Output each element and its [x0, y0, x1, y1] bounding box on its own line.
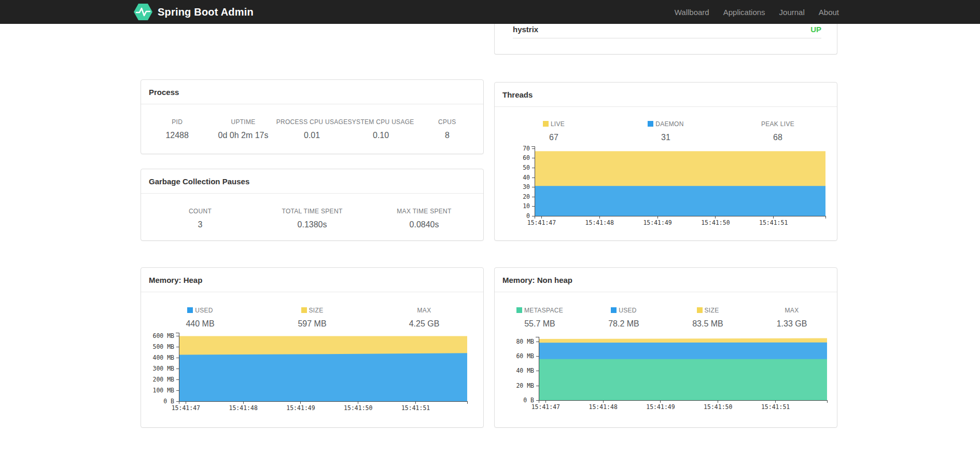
stat-heap-max: MAX 4.25 GB [368, 307, 480, 329]
svg-text:30: 30 [523, 183, 530, 190]
svg-text:15:41:49: 15:41:49 [646, 403, 675, 411]
stat-label: TOTAL TIME SPENT [256, 208, 368, 215]
stat-value: 4.25 GB [368, 319, 480, 329]
stat-value: 0.1380s [256, 220, 368, 229]
stat-label: CPUS [414, 118, 480, 126]
stat-value: 0.0840s [368, 220, 480, 229]
stat-heap-used: USED 440 MB [144, 307, 256, 329]
svg-text:400 MB: 400 MB [152, 354, 174, 361]
nav-link-journal[interactable]: Journal [779, 8, 805, 17]
threads-panel: Threads LIVE 67 DAEMON 31 PEAK LIVE 68 0… [494, 82, 837, 241]
memory-heap-panel: Memory: Heap USED 440 MB SIZE 597 MB MAX… [141, 267, 484, 428]
stat-label: LIVE [498, 120, 610, 128]
memory-heap-panel-title: Memory: Heap [141, 268, 483, 292]
memory-heap-chart: 0 B100 MB200 MB300 MB400 MB500 MB600 MB1… [148, 331, 473, 413]
legend-swatch-metaspace [516, 307, 522, 313]
stat-value: 55.7 MB [498, 319, 582, 329]
stat-label: PID [144, 118, 210, 126]
svg-text:300 MB: 300 MB [152, 365, 174, 372]
stat-label: SYSTEM CPU USAGE [348, 118, 414, 126]
memory-nonheap-chart: 0 B20 MB40 MB60 MB80 MB15:41:4715:41:481… [508, 335, 833, 412]
stat-label: SIZE [666, 307, 750, 314]
stat-heap-size: SIZE 597 MB [256, 307, 368, 329]
stat-label: COUNT [144, 208, 256, 215]
svg-text:0: 0 [526, 212, 530, 220]
stat-value: 31 [610, 133, 722, 142]
stat-value: 8 [414, 131, 480, 140]
stat-label-text: SIZE [309, 307, 324, 314]
stat-value: 68 [722, 133, 834, 142]
threads-stats: LIVE 67 DAEMON 31 PEAK LIVE 68 [495, 107, 837, 142]
applications-panel: hystrix UP [494, 20, 837, 55]
svg-text:15:41:47: 15:41:47 [172, 404, 200, 412]
stat-value: 597 MB [256, 319, 368, 329]
stat-label-text: DAEMON [655, 120, 683, 128]
stat-label: USED [144, 307, 256, 314]
legend-swatch-used [187, 307, 193, 313]
stat-value: 1.33 GB [750, 319, 834, 329]
svg-text:70: 70 [523, 145, 530, 152]
stat-process-cpu-usage: PROCESS CPU USAGE 0.01 [276, 118, 348, 140]
stat-value: 3 [144, 220, 256, 229]
stat-nonheap-size: SIZE 83.5 MB [666, 307, 750, 329]
svg-text:15:41:50: 15:41:50 [344, 404, 372, 412]
brand-link[interactable]: Spring Boot Admin [134, 4, 254, 20]
stat-pid: PID 12488 [144, 118, 210, 140]
memory-heap-stats: USED 440 MB SIZE 597 MB MAX 4.25 GB [141, 292, 483, 329]
svg-text:40: 40 [523, 174, 530, 181]
gc-panel: Garbage Collection Pauses COUNT 3 TOTAL … [141, 169, 484, 241]
svg-text:15:41:47: 15:41:47 [527, 219, 556, 226]
svg-text:60 MB: 60 MB [516, 352, 534, 360]
stat-label-text: SIZE [705, 307, 719, 314]
stat-cpus: CPUS 8 [414, 118, 480, 140]
stat-label-text: USED [195, 307, 213, 314]
process-stats: PID 12488 UPTIME 0d 0h 2m 17s PROCESS CP… [141, 104, 483, 140]
svg-text:0 B: 0 B [163, 398, 174, 405]
stat-nonheap-used: USED 78.2 MB [582, 307, 666, 329]
stat-value: 83.5 MB [666, 319, 750, 329]
nav-link-wallboard[interactable]: Wallboard [675, 8, 709, 17]
legend-swatch-live [543, 121, 549, 127]
brand-title: Spring Boot Admin [158, 6, 254, 18]
nav-link-about[interactable]: About [819, 8, 839, 17]
stat-label-text: LIVE [551, 120, 565, 128]
svg-text:20 MB: 20 MB [516, 382, 534, 389]
legend-swatch-size [301, 307, 307, 313]
nav-link-applications[interactable]: Applications [723, 8, 765, 17]
memory-nonheap-panel-title: Memory: Non heap [495, 268, 837, 292]
stat-label: MAX [750, 307, 834, 314]
svg-text:0 B: 0 B [523, 397, 534, 404]
svg-text:20: 20 [523, 193, 530, 200]
top-navbar: Spring Boot Admin Wallboard Applications… [0, 0, 980, 24]
gc-stats: COUNT 3 TOTAL TIME SPENT 0.1380s MAX TIM… [141, 194, 483, 229]
stat-label: MAX [368, 307, 480, 314]
stat-label: UPTIME [210, 118, 276, 126]
stat-value: 0.01 [276, 131, 348, 140]
process-panel: Process PID 12488 UPTIME 0d 0h 2m 17s PR… [141, 79, 484, 154]
svg-text:200 MB: 200 MB [152, 376, 174, 383]
stat-label: METASPACE [498, 307, 582, 314]
svg-text:15:41:49: 15:41:49 [286, 404, 315, 412]
threads-chart: 01020304050607015:41:4715:41:4815:41:491… [503, 144, 832, 227]
svg-text:15:41:51: 15:41:51 [761, 403, 790, 411]
svg-text:15:41:51: 15:41:51 [401, 404, 430, 412]
svg-text:100 MB: 100 MB [152, 387, 174, 394]
threads-panel-title: Threads [495, 83, 837, 107]
svg-text:15:41:49: 15:41:49 [643, 219, 671, 226]
stat-threads-daemon: DAEMON 31 [610, 120, 722, 142]
stat-value: 67 [498, 133, 610, 142]
navbar-links: Wallboard Applications Journal About [675, 8, 839, 17]
stat-value: 12488 [144, 131, 210, 140]
svg-text:600 MB: 600 MB [152, 332, 174, 339]
stat-nonheap-metaspace: METASPACE 55.7 MB [498, 307, 582, 329]
stat-label: DAEMON [610, 120, 722, 128]
stat-label: SIZE [256, 307, 368, 314]
svg-text:40 MB: 40 MB [516, 367, 534, 374]
stat-gc-total-time: TOTAL TIME SPENT 0.1380s [256, 208, 368, 229]
stat-label: MAX TIME SPENT [368, 208, 480, 215]
stat-label-text: USED [619, 307, 637, 314]
svg-text:15:41:48: 15:41:48 [589, 403, 617, 411]
memory-nonheap-panel: Memory: Non heap METASPACE 55.7 MB USED … [494, 267, 837, 428]
stat-label: PROCESS CPU USAGE [276, 118, 348, 126]
application-name: hystrix [513, 25, 538, 34]
